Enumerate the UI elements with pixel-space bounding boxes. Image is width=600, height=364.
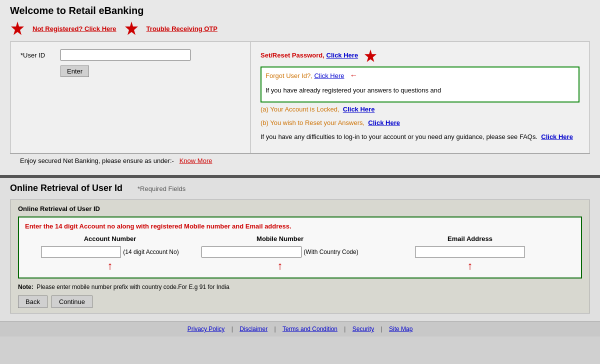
forgot-row: Forgot User Id?, Click Here ← (266, 70, 574, 82)
site-map-link[interactable]: Site Map (389, 326, 412, 332)
inner-box: Online Retrieval of User ID Enter the 14… (10, 200, 590, 314)
account-locked-link[interactable]: Click Here (343, 106, 375, 113)
set-reset-link[interactable]: Click Here (326, 52, 358, 59)
account-header-label: Account Number (25, 235, 195, 242)
know-more-link[interactable]: Know More (180, 157, 212, 164)
account-locked-text: (a) Your Account is Locked, (260, 106, 340, 113)
starburst-icon-2 (124, 22, 139, 36)
green-box-message: Enter the 14 digit Account no along with… (25, 222, 575, 230)
note-row: Note: Please enter mobile number prefix … (18, 284, 582, 290)
email-input-row (415, 246, 525, 258)
set-reset-row: Set/Reset Password, Click Here (260, 50, 580, 62)
page-title: Welcome to Retail eBanking (10, 5, 590, 16)
arrow-icon-forgot: ← (350, 71, 358, 80)
note-content: Please enter mobile number prefix with c… (36, 284, 230, 290)
faq-text: If you have any difficulties to log-in t… (260, 133, 538, 140)
continue-button[interactable]: Continue (52, 296, 92, 308)
account-number-input[interactable] (41, 246, 121, 258)
mobile-hint: (With Country Code) (304, 248, 358, 256)
secured-bar: Enjoy secured Net Banking, please ensure… (10, 154, 590, 168)
reset-answers-text: (b) You wish to Reset your Answers, (260, 119, 364, 126)
mobile-col-header: Mobile Number (195, 235, 365, 244)
privacy-policy-link[interactable]: Privacy Policy (188, 326, 225, 332)
top-section: Welcome to Retail eBanking Not Registere… (0, 0, 600, 176)
forgot-link[interactable]: Click Here (314, 72, 344, 80)
mobile-number-input[interactable] (202, 246, 302, 258)
email-field-group: ↑ (365, 246, 575, 272)
trouble-otp-link[interactable]: Trouble Receiving OTP (146, 25, 218, 32)
mobile-arrow-icon: ↑ (278, 260, 283, 272)
terms-link[interactable]: Terms and Condition (282, 326, 338, 332)
note-label: Note: (18, 284, 34, 290)
mobile-field-group: (With Country Code) ↑ (195, 246, 365, 272)
starburst-icon-3 (364, 50, 378, 62)
enter-button[interactable]: Enter (60, 66, 89, 77)
login-panel: *User ID Enter (10, 42, 250, 153)
info-panel: Set/Reset Password, Click Here Forgot Us… (250, 42, 590, 153)
svg-marker-1 (125, 22, 138, 35)
second-section: Online Retrieval of User Id *Required Fi… (0, 176, 600, 321)
account-field-group: (14 digit Account No) ↑ (25, 246, 195, 272)
svg-marker-0 (11, 22, 24, 35)
action-buttons: Back Continue (18, 296, 582, 308)
userid-input[interactable] (60, 50, 190, 60)
email-header-label: Email Address (365, 235, 575, 242)
account-hint: (14 digit Account No) (123, 248, 178, 256)
account-arrow-icon: ↑ (108, 260, 113, 272)
reset-answers-link[interactable]: Click Here (368, 119, 400, 126)
required-fields-label: *Required Fields (138, 185, 186, 192)
disclaimer-link[interactable]: Disclaimer (240, 326, 268, 332)
mobile-input-row: (With Country Code) (202, 246, 358, 258)
top-links-row: Not Registered? Click Here Trouble Recei… (10, 22, 590, 36)
faq-link[interactable]: Click Here (541, 133, 573, 140)
mobile-header-label: Mobile Number (195, 235, 365, 242)
email-address-input[interactable] (415, 246, 525, 258)
account-col-header: Account Number (25, 235, 195, 244)
inner-box-title: Online Retrieval of User ID (18, 205, 582, 212)
faq-row: If you have any difficulties to log-in t… (260, 132, 580, 142)
reset-answers-row: (b) You wish to Reset your Answers, Clic… (260, 118, 580, 128)
starburst-icon-1 (10, 22, 25, 36)
secured-text: Enjoy secured Net Banking, please ensure… (20, 157, 174, 164)
not-registered-link[interactable]: Not Registered? Click Here (32, 25, 116, 32)
second-title-row: Online Retrieval of User Id *Required Fi… (10, 183, 590, 194)
forgot-text: Forgot User Id?, (266, 72, 312, 80)
main-content-area: *User ID Enter Set/Reset Password, Click… (10, 42, 590, 154)
userid-label: *User ID (20, 52, 56, 59)
email-arrow-icon: ↑ (468, 260, 473, 272)
second-title: Online Retrieval of User Id (10, 183, 122, 194)
email-col-header: Email Address (365, 235, 575, 244)
account-locked-row: (a) Your Account is Locked, Click Here (260, 104, 580, 114)
registered-text: If you have already registered your answ… (266, 86, 574, 96)
userid-row: *User ID (20, 50, 240, 60)
account-input-row: (14 digit Account No) (41, 246, 178, 258)
back-button[interactable]: Back (18, 296, 48, 308)
svg-marker-2 (364, 50, 376, 62)
green-box: Enter the 14 digit Account no along with… (18, 216, 582, 278)
forgot-user-box: Forgot User Id?, Click Here ← If you hav… (260, 66, 580, 102)
footer: Privacy Policy | Disclaimer | Terms and … (0, 321, 600, 336)
security-link[interactable]: Security (352, 326, 374, 332)
set-reset-text: Set/Reset Password, (260, 52, 324, 59)
